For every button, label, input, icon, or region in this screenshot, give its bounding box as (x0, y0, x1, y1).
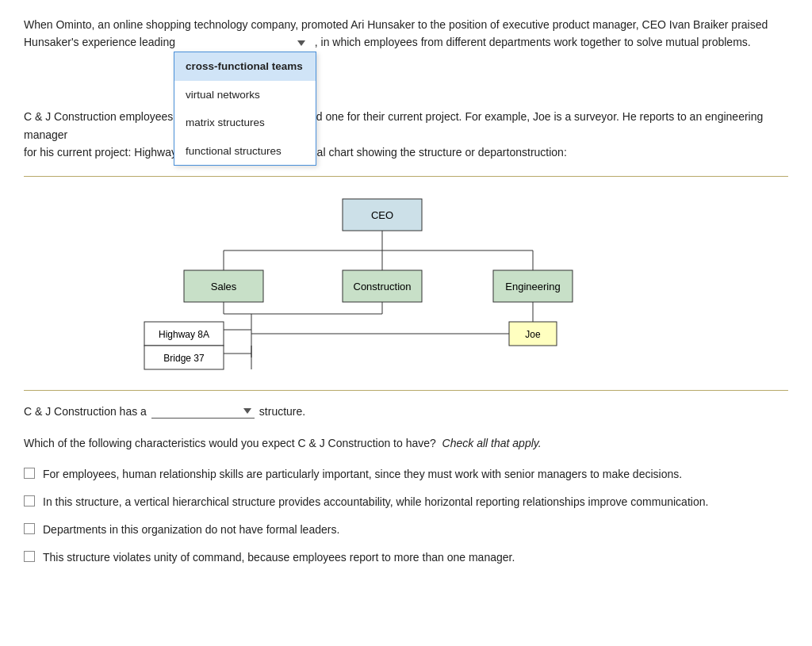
dropdown-option-functional[interactable]: functional structures (174, 137, 316, 166)
dropdown-option-virtual-networks[interactable]: virtual networks (174, 81, 316, 109)
checkbox-1[interactable] (24, 468, 35, 479)
org-chart: CEO Sales Construction Engineering Highw… (128, 191, 684, 376)
q1-dropdown-arrow (243, 408, 251, 414)
check-options-list: For employees, human relationship skills… (24, 466, 788, 566)
dropdown-value-1 (185, 34, 294, 52)
svg-text:Bridge 37: Bridge 37 (163, 353, 205, 364)
dropdown-arrow-1 (297, 40, 305, 46)
check-option-2-text: In this structure, a vertical hierarchic… (43, 494, 708, 510)
check-option-4: This structure violates unity of command… (24, 549, 788, 566)
svg-text:Highway 8A: Highway 8A (159, 329, 209, 340)
divider-bottom (24, 390, 788, 391)
dropdown-option-cross-functional[interactable]: cross-functional teams (174, 52, 316, 81)
checkbox-2[interactable] (24, 495, 35, 506)
intro-text-1b: , in which employees from different depa… (315, 36, 751, 48)
check-option-1-text: For employees, human relationship skills… (43, 466, 682, 483)
intro-paragraph1: When Ominto, an online shopping technolo… (24, 16, 788, 52)
intro-text-2d: onstruction: (509, 146, 566, 159)
question1-line: C & J Construction has a structure. (24, 405, 788, 419)
dropdown-option-matrix[interactable]: matrix structures (174, 109, 316, 137)
q1-dropdown-text (155, 405, 240, 418)
divider-top (24, 176, 788, 177)
inline-dropdown-area-1[interactable]: cross-functional teams virtual networks … (182, 34, 308, 52)
checkbox-4[interactable] (24, 551, 35, 562)
dropdown-trigger-1[interactable] (182, 34, 308, 52)
svg-text:Joe: Joe (525, 329, 541, 340)
q2-italic: Check all that apply. (442, 437, 542, 449)
svg-text:CEO: CEO (371, 209, 393, 221)
check-option-1: For employees, human relationship skills… (24, 466, 788, 483)
check-option-3-text: Departments in this organization do not … (43, 522, 339, 538)
svg-text:Construction: Construction (354, 281, 412, 292)
checkbox-3[interactable] (24, 523, 35, 534)
q2-text: Which of the following characteristics w… (24, 437, 436, 449)
q1-dropdown[interactable] (151, 405, 255, 419)
svg-text:Engineering: Engineering (505, 281, 560, 292)
check-option-3: Departments in this organization do not … (24, 522, 788, 538)
q1-prefix: C & J Construction has a (24, 405, 147, 418)
question1-section: C & J Construction has a structure. Whic… (24, 405, 788, 566)
check-option-4-text: This structure violates unity of command… (43, 549, 515, 566)
check-option-2: In this structure, a vertical hierarchic… (24, 494, 788, 510)
svg-text:Sales: Sales (211, 281, 237, 292)
dropdown-menu-1[interactable]: cross-functional teams virtual networks … (174, 52, 316, 166)
q1-suffix: structure. (259, 405, 305, 418)
intro-paragraph2: C & J Construction employees report to t… (24, 108, 788, 161)
org-chart-svg: CEO Sales Construction Engineering Highw… (128, 191, 644, 373)
question2-header: Which of the following characteristics w… (24, 434, 788, 452)
